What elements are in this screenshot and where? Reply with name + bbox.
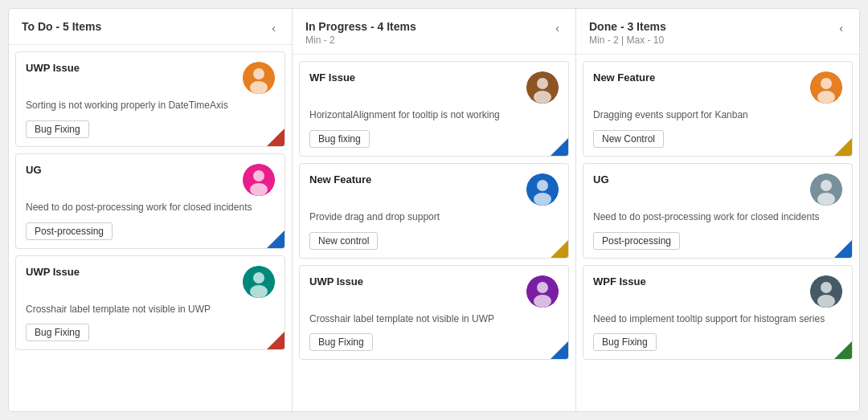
column-header-todo: To Do - 5 Items‹ [9,9,292,45]
column-title: Done - 3 Items [589,20,666,33]
column-title-block: To Do - 5 Items [22,20,101,33]
avatar [526,275,559,308]
svg-point-1 [253,68,264,80]
column-title: To Do - 5 Items [22,20,101,33]
card-top: UWP Issue [309,275,559,308]
card-description: Crosshair label template not visible in … [26,303,275,316]
column-title-block: Done - 3 ItemsMin - 2 | Max - 10 [589,20,666,46]
card-corner-indicator [551,341,568,359]
cards-container: New Feature Dragging events support for … [576,55,859,411]
card-description: Provide drag and drop support [309,210,559,224]
avatar-circle [243,164,275,196]
chevron-icon[interactable]: ‹ [552,20,563,36]
svg-point-7 [253,272,264,283]
card-corner-indicator [551,138,568,156]
column-done: Done - 3 ItemsMin - 2 | Max - 10‹New Fea… [576,9,859,411]
svg-point-10 [537,78,548,89]
avatar-circle [810,275,842,308]
card[interactable]: UWP Issue Sorting is not working properl… [15,51,285,147]
card-corner-indicator [834,138,852,156]
svg-point-17 [534,295,551,308]
avatar-circle [243,266,275,298]
card-top: UG [593,173,842,206]
card-top: New Feature [309,173,559,206]
cards-container: WF Issue HorizontalAlignment for tooltip… [293,55,575,411]
chevron-icon[interactable]: ‹ [836,20,846,36]
card-description: Need to do post-processing work for clos… [26,201,275,214]
card-description: Need to implement tooltip support for hi… [593,312,842,326]
card[interactable]: UG Need to do post-processing work for c… [15,153,285,249]
avatar-circle [243,62,275,94]
svg-point-5 [250,183,268,196]
card[interactable]: New Feature Dragging events support for … [583,61,853,157]
card-corner-indicator [267,230,285,248]
svg-point-14 [534,193,551,206]
card-corner-indicator [834,240,852,258]
column-title-block: In Progress - 4 ItemsMin - 2 [305,20,416,46]
column-title: In Progress - 4 Items [305,20,416,33]
card-title: UG [593,173,810,186]
card-title: UWP Issue [26,266,243,278]
card-tag[interactable]: Bug Fixing [593,333,657,351]
avatar [526,71,559,104]
svg-point-2 [250,81,268,94]
card[interactable]: WF Issue HorizontalAlignment for tooltip… [299,61,569,157]
card-description: Crosshair label template not visible in … [309,312,559,326]
svg-point-26 [817,295,835,308]
card-description: Dragging events support for Kanban [593,108,842,122]
avatar [243,164,275,196]
card-top: UWP Issue [26,266,275,298]
card-title: UWP Issue [309,275,526,287]
card-title: New Feature [593,71,810,84]
card[interactable]: UG Need to do post-processing work for c… [583,163,853,259]
svg-point-25 [821,282,832,293]
card-top: New Feature [593,71,842,104]
chevron-icon[interactable]: ‹ [268,20,279,36]
avatar [526,173,559,206]
card-title: New Feature [309,173,526,186]
svg-point-22 [821,180,832,191]
svg-point-23 [817,193,835,206]
card-corner-indicator [267,128,285,146]
column-header-done: Done - 3 ItemsMin - 2 | Max - 10‹ [576,9,859,55]
avatar [243,62,275,94]
avatar [810,173,842,206]
card-tag[interactable]: Bug Fixing [26,324,89,341]
card-tag[interactable]: Bug fixing [309,130,370,148]
card[interactable]: UWP Issue Crosshair label template not v… [15,255,285,351]
card[interactable]: New Feature Provide drag and drop suppor… [299,163,569,259]
card-corner-indicator [267,332,285,349]
column-subtitle: Min - 2 | Max - 10 [589,35,666,46]
card-tag[interactable]: Post-processing [593,232,680,250]
svg-point-19 [821,78,832,89]
column-inprogress: In Progress - 4 ItemsMin - 2‹WF Issue Ho… [293,9,576,411]
card-title: WF Issue [309,71,526,84]
column-header-inprogress: In Progress - 4 ItemsMin - 2‹ [293,9,575,55]
svg-point-8 [250,285,268,298]
card-description: Need to do post-processing work for clos… [593,210,842,224]
avatar [810,71,842,104]
avatar [810,275,842,308]
card-top: WF Issue [309,71,559,104]
svg-point-16 [537,282,548,293]
card-tag[interactable]: Bug Fixing [26,120,89,138]
avatar-circle [526,173,559,206]
avatar [243,266,275,298]
card-corner-indicator [834,341,852,359]
card-tag[interactable]: Post-processing [26,222,113,240]
avatar-circle [810,71,842,104]
svg-point-11 [534,91,551,104]
card-tag[interactable]: New Control [593,130,664,148]
kanban-board: To Do - 5 Items‹UWP Issue Sorting is not… [8,8,860,412]
card-description: HorizontalAlignment for tooltip is not w… [309,108,559,122]
column-todo: To Do - 5 Items‹UWP Issue Sorting is not… [9,9,293,411]
card-tag[interactable]: New control [309,232,378,250]
card-corner-indicator [551,240,568,258]
column-subtitle: Min - 2 [305,35,416,46]
svg-point-4 [253,170,264,181]
card[interactable]: WPF Issue Need to implement tooltip supp… [583,265,853,361]
card[interactable]: UWP Issue Crosshair label template not v… [299,265,569,361]
card-description: Sorting is not working properly in DateT… [26,99,275,112]
card-top: UWP Issue [26,62,275,94]
card-tag[interactable]: Bug Fixing [309,333,373,351]
